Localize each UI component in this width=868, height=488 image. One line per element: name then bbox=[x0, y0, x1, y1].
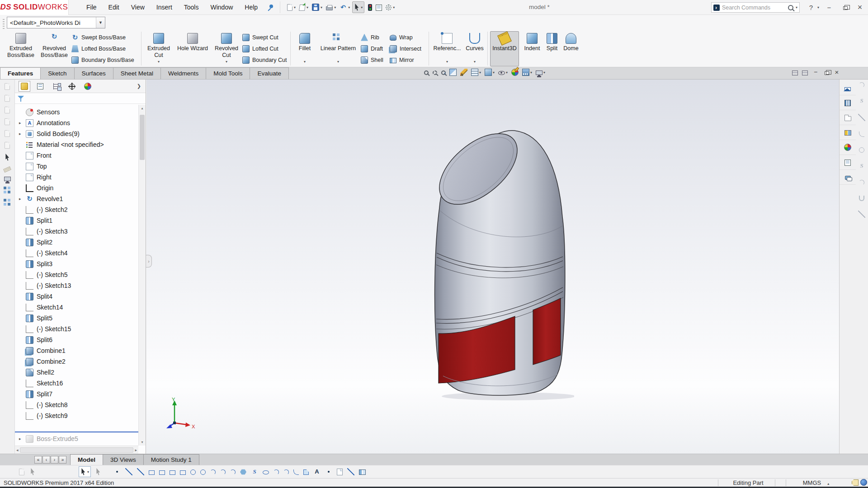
tree-item[interactable]: (-) Sketch9 bbox=[15, 410, 138, 421]
sketch-chamfer-tool-icon[interactable] bbox=[303, 469, 309, 475]
tab-nav-button[interactable]: › bbox=[51, 456, 58, 464]
quick-access-button[interactable]: ▾ bbox=[286, 1, 297, 13]
expand-arrow-icon[interactable] bbox=[19, 131, 25, 136]
scroll-up-arrow[interactable]: ▴ bbox=[139, 105, 146, 110]
three-point-arc-tool-icon[interactable] bbox=[230, 469, 236, 475]
tree-item[interactable]: Combine1 bbox=[15, 345, 138, 356]
tree-horizontal-scrollbar[interactable]: ◂ ▸ bbox=[15, 446, 138, 454]
rib-button[interactable]: Rib bbox=[361, 33, 383, 42]
command-tab[interactable]: Mold Tools bbox=[206, 67, 250, 79]
document-tab[interactable]: Motion Study 1 bbox=[143, 454, 199, 465]
tree-item[interactable]: Sketch14 bbox=[15, 302, 138, 313]
task-pane-button[interactable] bbox=[840, 80, 856, 95]
command-tab[interactable]: Weldments bbox=[160, 67, 206, 79]
instant3d-button[interactable]: Instant3D bbox=[490, 31, 519, 66]
tree-item[interactable]: Sensors bbox=[15, 107, 138, 117]
panel-tabs-overflow[interactable]: ❯ bbox=[137, 83, 142, 89]
tree-item[interactable]: Split5 bbox=[15, 313, 138, 324]
measure-icon[interactable] bbox=[3, 166, 11, 173]
heads-up-button[interactable]: ▾ bbox=[440, 70, 447, 75]
dropdown-arrow-icon[interactable]: ▾ bbox=[506, 70, 508, 75]
tree-item[interactable]: Split3 bbox=[15, 258, 138, 269]
revolved-boss-base-button[interactable]: RevolvedBoss/Base bbox=[38, 31, 71, 66]
pin-menu-icon[interactable] bbox=[267, 4, 274, 10]
toolbar-drag-handle[interactable] bbox=[3, 19, 5, 29]
doc-restore-icon[interactable] bbox=[825, 71, 829, 75]
heads-up-button[interactable]: ▾ bbox=[510, 68, 519, 76]
draft-button[interactable]: Draft bbox=[361, 44, 383, 53]
quick-access-button[interactable]: ▾ bbox=[374, 1, 383, 13]
tree-item[interactable]: Solid Bodies(9) bbox=[15, 128, 138, 139]
tree-item[interactable]: Shell2 bbox=[15, 367, 138, 378]
dropdown-arrow-icon[interactable]: ▾ bbox=[361, 5, 363, 9]
tree-item[interactable]: Material <not specified> bbox=[15, 139, 138, 150]
scroll-left-arrow[interactable]: ◂ bbox=[16, 448, 19, 452]
parabola-tool-icon[interactable] bbox=[283, 469, 289, 475]
equations-icon[interactable] bbox=[4, 198, 11, 206]
scroll-down-arrow[interactable]: ▾ bbox=[139, 440, 146, 444]
dropdown-arrow-icon[interactable]: ▾ bbox=[348, 5, 350, 9]
search-icon[interactable] bbox=[788, 5, 793, 10]
viewport-layout-icon[interactable] bbox=[792, 70, 798, 75]
red-panel-right[interactable] bbox=[533, 298, 561, 365]
tree-item[interactable]: Revolve1 bbox=[15, 193, 138, 204]
filter-icon[interactable] bbox=[18, 95, 24, 102]
tree-item[interactable]: Boss-Extrude5 bbox=[15, 433, 138, 444]
duplicate-document-icon[interactable] bbox=[5, 107, 10, 113]
tab-nav-button[interactable]: « bbox=[34, 456, 42, 464]
copy-document-icon[interactable] bbox=[5, 95, 10, 102]
task-pane-button[interactable] bbox=[840, 170, 856, 185]
point-tool-icon[interactable] bbox=[113, 468, 121, 475]
quick-access-button[interactable]: ▾ bbox=[352, 1, 364, 13]
point2-tool-icon[interactable] bbox=[325, 468, 332, 475]
tree-item[interactable]: Sketch16 bbox=[15, 378, 138, 389]
heads-up-button[interactable]: ▾ bbox=[459, 68, 468, 76]
heads-up-button[interactable]: ▾ bbox=[497, 69, 509, 75]
command-tab[interactable]: Evaluate bbox=[250, 67, 289, 79]
search-dropdown-arrow[interactable]: ▾ bbox=[796, 5, 797, 9]
command-tab[interactable]: Features bbox=[0, 67, 41, 79]
hole-wizard-button[interactable]: Hole Wizard bbox=[175, 31, 211, 66]
swept-boss-base-button[interactable]: Swept Boss/Base bbox=[71, 33, 134, 42]
heads-up-button[interactable]: ▾ bbox=[535, 70, 546, 75]
panel-tab[interactable] bbox=[82, 81, 94, 92]
partial-ellipse-tool-icon[interactable] bbox=[274, 469, 279, 475]
heads-up-button[interactable]: ▾ bbox=[484, 68, 495, 76]
graphics-viewport[interactable]: › bbox=[146, 80, 839, 454]
sketch-fillet-tool-icon[interactable] bbox=[293, 469, 299, 475]
linear-pattern-dropdown[interactable]: ▾ bbox=[337, 58, 339, 65]
reference-geometry-dropdown[interactable]: ▾ bbox=[446, 58, 448, 65]
center-rectangle-tool-icon[interactable] bbox=[159, 470, 165, 475]
tree-item[interactable]: Combine2 bbox=[15, 356, 138, 367]
tree-item[interactable]: Right bbox=[15, 172, 138, 183]
command-tab[interactable]: Sketch bbox=[40, 67, 74, 79]
boundary-boss-base-button[interactable]: Boundary Boss/Base bbox=[71, 55, 134, 65]
mirror-entities-tool-icon[interactable] bbox=[359, 469, 366, 475]
shell-button[interactable]: Shell bbox=[361, 55, 383, 65]
menu-item[interactable]: View bbox=[125, 0, 151, 14]
revolved-cut-dropdown[interactable]: ▾ bbox=[226, 58, 227, 65]
document2-icon[interactable] bbox=[5, 130, 10, 137]
dropdown-arrow-icon[interactable]: ▾ bbox=[493, 70, 495, 75]
design-table-icon[interactable] bbox=[4, 186, 11, 193]
heads-up-button[interactable]: ▾ bbox=[521, 68, 533, 76]
document3-icon[interactable] bbox=[5, 142, 10, 149]
menu-item[interactable]: Help bbox=[239, 0, 264, 14]
dropdown-arrow-icon[interactable]: ▾ bbox=[530, 70, 532, 75]
tab-nav-button[interactable]: » bbox=[59, 456, 66, 464]
viewport-split-icon[interactable] bbox=[802, 70, 808, 75]
expand-arrow-icon[interactable] bbox=[19, 121, 25, 125]
plane-tool-icon[interactable] bbox=[337, 469, 343, 475]
lofted-boss-base-button[interactable]: Lofted Boss/Base bbox=[71, 44, 134, 53]
task-pane-button[interactable] bbox=[840, 110, 856, 125]
task-pane-button[interactable] bbox=[840, 155, 856, 170]
tree-item[interactable]: Origin bbox=[15, 183, 138, 193]
tree-item[interactable]: Split2 bbox=[15, 237, 138, 248]
lofted-cut-button[interactable]: Lofted Cut bbox=[242, 44, 287, 53]
tree-item[interactable]: Split6 bbox=[15, 334, 138, 345]
document-tab[interactable]: 3D Views bbox=[103, 454, 144, 465]
centerline-tool-icon[interactable] bbox=[137, 468, 144, 475]
reference-geometry-button[interactable]: Referenc... ▾ bbox=[432, 31, 462, 66]
restore-button[interactable] bbox=[839, 2, 850, 13]
centerpoint-arc-tool-icon[interactable] bbox=[210, 469, 216, 475]
